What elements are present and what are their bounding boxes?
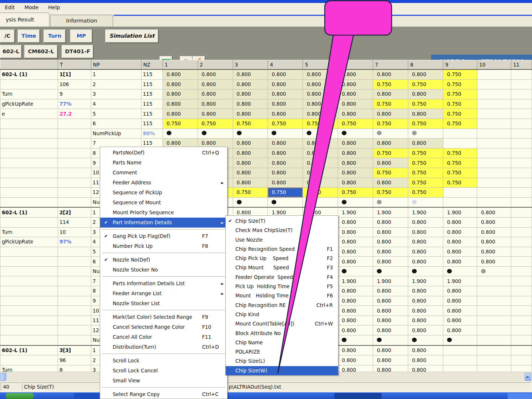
row-label[interactable] <box>0 257 58 267</box>
grid-cell[interactable]: 0.800 <box>233 168 268 178</box>
grid-cell[interactable]: 0.800 <box>303 89 338 99</box>
grid-cell[interactable] <box>511 276 532 286</box>
grid-cell[interactable]: 1.900 <box>443 276 477 286</box>
menu-item-chip-size-t[interactable]: ✔Chip Size(T) <box>226 216 338 226</box>
grid-cell[interactable]: 0.750 <box>373 188 408 198</box>
grid-cell[interactable] <box>477 325 511 335</box>
grid-cell[interactable]: 0.800 <box>373 306 408 316</box>
menubar-item-help[interactable]: Help <box>43 3 65 10</box>
grid-cell[interactable] <box>443 335 477 345</box>
t-cell[interactable] <box>58 316 91 325</box>
menu-item-polarize[interactable]: POLARIZE <box>226 347 338 357</box>
menu-item-parts-name[interactable]: Parts Name <box>100 158 227 168</box>
nz-cell[interactable]: 115 <box>141 69 163 79</box>
grid-cell[interactable]: 0.750 <box>408 148 443 158</box>
grid-cell[interactable]: 0.800 <box>373 89 408 99</box>
menu-item-nozzle-stocker-list[interactable]: Nozzle Stocker List <box>100 299 227 308</box>
grid-cell[interactable]: 0.750 <box>443 99 477 109</box>
grid-cell[interactable]: 0.750 <box>443 89 477 99</box>
grid-cell[interactable]: 0.800 <box>408 306 443 316</box>
grid-cell[interactable]: 0.800 <box>373 227 408 237</box>
grid-cell[interactable] <box>477 89 511 99</box>
menu-item-chip-recognition-speed[interactable]: Chip Recognition SpeedF1 <box>226 245 338 254</box>
grid-cell[interactable] <box>408 197 443 207</box>
grid-cell[interactable]: 0.800 <box>338 178 373 188</box>
grid-cell[interactable]: 0.800 <box>338 247 373 257</box>
grid-cell[interactable]: 0.800 <box>268 158 303 168</box>
grid-cell[interactable] <box>511 69 532 79</box>
grid-cell[interactable]: 0.800 <box>443 237 477 247</box>
row-label[interactable]: 602-L (1) <box>0 345 58 355</box>
menu-item-chip-size-l[interactable]: Chip Size(L) <box>226 357 338 366</box>
grid-cell[interactable]: 0.800 <box>373 158 408 168</box>
menu-item-feeder-arrange-list[interactable]: Feeder Arrange List► <box>100 289 227 299</box>
np-cell[interactable]: 3 <box>91 89 141 99</box>
grid-cell[interactable] <box>443 197 477 207</box>
menu-item-scroll-lock-cancel[interactable]: Scroll Lock Cancel <box>100 366 227 376</box>
grid-cell[interactable]: 0.800 <box>303 178 338 188</box>
grid-cell[interactable] <box>477 79 511 89</box>
column-header[interactable]: 1 <box>163 60 198 70</box>
row-label[interactable] <box>0 247 58 257</box>
column-header[interactable]: 3 <box>233 60 268 70</box>
grid-cell[interactable] <box>511 306 532 316</box>
column-header[interactable]: T <box>58 60 91 70</box>
menu-item-cancel-selected-range-color[interactable]: Cancel Selected Range ColorF10 <box>100 322 227 332</box>
row-label[interactable]: 602-L (1) <box>0 207 58 217</box>
grid-cell[interactable]: 0.800 <box>163 109 198 119</box>
menubar-item-edit[interactable]: Edit <box>0 3 20 10</box>
grid-cell[interactable] <box>477 276 511 286</box>
np-cell[interactable]: 2 <box>91 79 141 89</box>
row-label[interactable] <box>0 266 58 276</box>
machine-tab-dt401-f[interactable]: DT401-F <box>62 45 93 58</box>
grid-cell[interactable] <box>373 129 408 139</box>
row-label[interactable] <box>0 129 58 139</box>
grid-cell[interactable]: 0.750 <box>408 99 443 109</box>
grid-cell[interactable]: 1.900 <box>373 207 408 217</box>
t-cell[interactable] <box>58 257 91 267</box>
grid-cell[interactable] <box>477 296 511 306</box>
grid-cell[interactable]: 0.750 <box>338 188 373 198</box>
grid-cell[interactable]: 0.800 <box>373 237 408 247</box>
tab-information[interactable]: Information <box>50 15 113 27</box>
menu-item-pick-up-holding-time[interactable]: Pick Up Holding TimeF5 <box>226 282 338 291</box>
grid-cell[interactable]: 0.800 <box>408 139 443 149</box>
grid-cell[interactable]: 0.750 <box>198 119 233 129</box>
grid-cell[interactable]: 0.800 <box>233 139 268 149</box>
grid-cell[interactable]: 1.900 <box>408 276 443 286</box>
t-cell[interactable] <box>58 178 91 188</box>
column-header[interactable]: NP <box>91 60 141 70</box>
grid-cell[interactable] <box>511 335 532 345</box>
grid-cell[interactable] <box>303 129 338 139</box>
grid-cell[interactable] <box>408 266 443 276</box>
grid-cell[interactable]: 0.800 <box>268 168 303 178</box>
t-cell[interactable]: 9 <box>58 89 91 99</box>
grid-cell[interactable]: 0.800 <box>443 286 477 296</box>
grid-cell[interactable] <box>477 178 511 188</box>
grid-cell[interactable] <box>477 286 511 296</box>
grid-cell[interactable]: 0.800 <box>373 178 408 188</box>
grid-cell[interactable]: 0.800 <box>373 325 408 335</box>
column-header[interactable]: 4 <box>268 60 303 70</box>
toolbar-button-c[interactable]: /C <box>0 30 15 43</box>
t-cell[interactable]: 106 <box>58 79 91 89</box>
grid-cell[interactable]: 0.800 <box>198 99 233 109</box>
grid-cell[interactable]: 0.800 <box>373 69 408 79</box>
grid-cell[interactable]: 0.800 <box>303 69 338 79</box>
grid-cell[interactable]: 0.800 <box>338 306 373 316</box>
grid-cell[interactable] <box>477 158 511 168</box>
t-cell[interactable] <box>58 325 91 335</box>
grid-cell[interactable]: 0.800 <box>338 296 373 306</box>
row-label[interactable] <box>0 306 58 316</box>
grid-cell[interactable]: 0.800 <box>233 69 268 79</box>
row-label[interactable] <box>0 296 58 306</box>
grid-cell[interactable] <box>477 355 511 365</box>
grid-cell[interactable]: 0.800 <box>338 99 373 109</box>
menu-item-nozzle-stocker-no[interactable]: Nozzle Stocker No <box>100 265 227 275</box>
menu-item-chip-name[interactable]: Chip Name <box>226 338 338 347</box>
grid-cell[interactable] <box>408 129 443 139</box>
start-button-fragment[interactable] <box>6 393 34 399</box>
grid-cell[interactable]: 0.800 <box>443 306 477 316</box>
grid-cell[interactable] <box>511 188 532 198</box>
grid-cell[interactable] <box>477 69 511 79</box>
